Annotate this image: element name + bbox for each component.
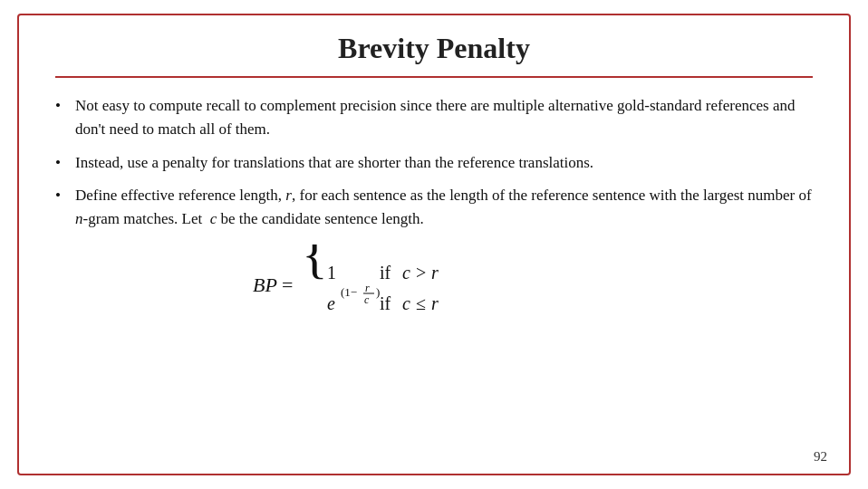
formula-area: BP = { 1 if c > r e (1− r c bbox=[55, 244, 813, 326]
bullet-list: • Not easy to compute recall to compleme… bbox=[55, 94, 813, 232]
svg-text:c: c bbox=[402, 293, 410, 313]
svg-text:r: r bbox=[365, 282, 370, 294]
slide: Brevity Penalty • Not easy to compute re… bbox=[17, 14, 851, 475]
bullet-text-2: Instead, use a penalty for translations … bbox=[75, 151, 813, 175]
formula-svg: BP = { 1 if c > r e (1− r c bbox=[244, 244, 624, 326]
svg-text:BP: BP bbox=[253, 273, 277, 296]
svg-text:c: c bbox=[364, 293, 370, 306]
svg-text:=: = bbox=[282, 273, 293, 296]
svg-text:≤: ≤ bbox=[416, 293, 426, 313]
page-number: 92 bbox=[814, 449, 827, 465]
svg-text:{: { bbox=[302, 244, 328, 283]
bullet-text-1: Not easy to compute recall to complement… bbox=[75, 94, 813, 142]
svg-text:if: if bbox=[380, 293, 391, 313]
svg-text:(1−: (1− bbox=[341, 285, 357, 299]
slide-title: Brevity Penalty bbox=[338, 32, 530, 64]
bullet-dot: • bbox=[55, 94, 75, 118]
bullet-dot: • bbox=[55, 151, 75, 175]
slide-content: • Not easy to compute recall to compleme… bbox=[55, 78, 813, 446]
list-item: • Not easy to compute recall to compleme… bbox=[55, 94, 813, 142]
bullet-dot: • bbox=[55, 184, 75, 207]
svg-text:1: 1 bbox=[327, 263, 336, 283]
svg-text:if: if bbox=[380, 263, 391, 283]
list-item: • Instead, use a penalty for translation… bbox=[55, 151, 813, 175]
svg-text:r: r bbox=[431, 293, 439, 313]
bullet-text-3: Define effective reference length, r, fo… bbox=[75, 184, 813, 232]
svg-text:>: > bbox=[416, 263, 426, 283]
svg-text:r: r bbox=[431, 263, 439, 283]
list-item: • Define effective reference length, r, … bbox=[55, 184, 813, 232]
title-bar: Brevity Penalty bbox=[55, 15, 813, 78]
svg-text:c: c bbox=[402, 263, 410, 283]
svg-text:e: e bbox=[327, 293, 335, 313]
